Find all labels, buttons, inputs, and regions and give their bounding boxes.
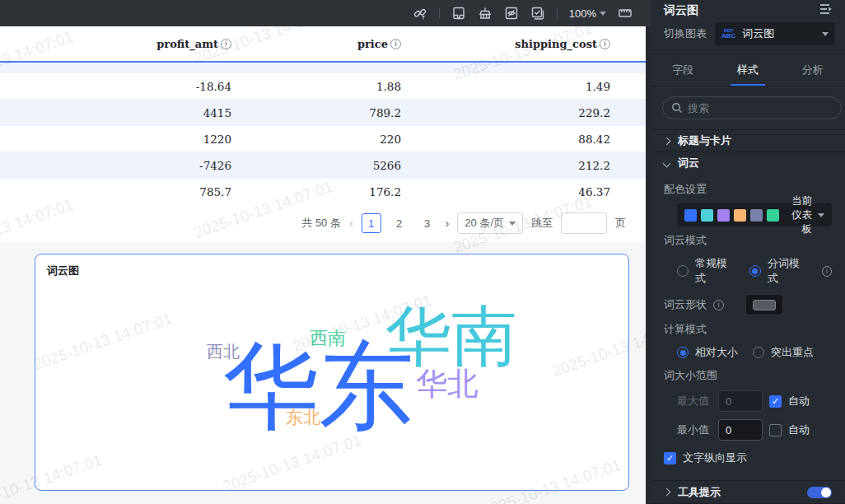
palette-swatch: [701, 209, 713, 222]
pagination-bar: 共 50 条 ‹ 1 2 3 › 20 条/页 跳至 页: [0, 205, 646, 241]
page-number-1[interactable]: 1: [362, 213, 381, 233]
next-page-button[interactable]: ›: [446, 217, 450, 230]
calc-mode-options: 相对大小 突出重点: [677, 345, 832, 360]
zoom-select[interactable]: 100%: [569, 7, 606, 20]
search-box[interactable]: [662, 96, 842, 119]
auto-label: 自动: [788, 422, 810, 437]
auto-label: 自动: [788, 394, 810, 408]
jump-page-input[interactable]: [561, 212, 607, 234]
section-wordcloud[interactable]: 词云: [651, 152, 845, 174]
column-header[interactable]: pricei: [231, 38, 401, 50]
word-size-range-label: 词大小范围: [664, 368, 832, 383]
panel-tabs: 字段 样式 分析: [651, 54, 845, 86]
table-row[interactable]: -7426 5266 212.2: [0, 152, 646, 179]
wordcloud-word: 西南: [310, 329, 346, 348]
link-filter-icon[interactable]: [413, 6, 427, 21]
relative-size-label: 相对大小: [695, 345, 738, 360]
table-row-clipped: [0, 63, 646, 73]
brush-icon[interactable]: [478, 6, 493, 21]
wordcloud-word: 东北: [286, 409, 320, 427]
info-icon[interactable]: i: [221, 39, 231, 49]
pagination-total: 共 50 条: [301, 216, 341, 231]
tab-analysis[interactable]: 分析: [780, 54, 845, 86]
tab-fields[interactable]: 字段: [651, 54, 716, 86]
palette-swatch: [717, 209, 730, 222]
column-header[interactable]: profit_amti: [0, 38, 231, 50]
table-row[interactable]: 4415 789.2 229.2: [0, 100, 646, 126]
column-header[interactable]: shipping_costi: [401, 38, 610, 50]
calc-mode-label: 计算模式: [664, 322, 832, 337]
collapse-panel-icon[interactable]: [819, 2, 833, 18]
radio-normal-mode[interactable]: [677, 265, 689, 277]
tooltip-toggle[interactable]: [807, 487, 832, 498]
zoom-value: 100%: [569, 7, 596, 20]
page-number-2[interactable]: 2: [390, 213, 409, 233]
toolbar-separator: [557, 7, 558, 19]
top-toolbar: 100%: [0, 0, 651, 26]
max-value-label: 最大值: [677, 394, 712, 408]
normal-mode-label: 常规模式: [695, 256, 735, 286]
info-icon[interactable]: i: [600, 39, 610, 49]
chevron-down-icon: [818, 213, 824, 217]
wordcloud-shape-label: 词云形状: [664, 297, 707, 312]
panel-titlebar: 词云图: [651, 0, 845, 21]
prev-page-button[interactable]: ‹: [349, 217, 353, 230]
max-value-row: 最大值 ✓ 自动: [677, 390, 832, 412]
switch-chart-row: 切换图表 DEFABC 词云图: [651, 21, 845, 54]
search-icon: [671, 102, 683, 114]
page-size-select[interactable]: 20 条/页: [457, 212, 523, 234]
min-value-label: 最小值: [677, 422, 712, 437]
page-unit-label: 页: [615, 216, 626, 231]
app-root: 100% 2025-10-13 14:07:012025-10-13 14:07…: [0, 0, 845, 504]
wordcloud-word: 华北: [416, 368, 479, 399]
search-input[interactable]: [688, 102, 833, 114]
radio-segment-mode[interactable]: [749, 265, 761, 277]
min-auto-checkbox[interactable]: [769, 424, 782, 436]
info-icon[interactable]: i: [822, 266, 832, 277]
check-square-icon[interactable]: [530, 6, 545, 21]
palette-swatch: [750, 209, 763, 222]
radio-relative-size[interactable]: [677, 347, 689, 358]
panel-edge-strip: [646, 26, 651, 504]
wordcloud-word: 华南: [385, 304, 517, 370]
table-row[interactable]: 1220 220 88.42: [0, 126, 646, 152]
table-header-row: profit_amti pricei shipping_costi: [0, 26, 646, 63]
vertical-text-label: 文字纵向显示: [683, 450, 747, 465]
settings-panel: 词云图 切换图表 DEFABC 词云图 字段 样式 分析: [651, 0, 845, 504]
table-widget[interactable]: profit_amti pricei shipping_costi -18.64…: [0, 26, 646, 242]
tab-style[interactable]: 样式: [716, 54, 781, 86]
section-title-card[interactable]: 标题与卡片: [651, 129, 845, 152]
toolbar-separator: [439, 7, 440, 19]
table-row[interactable]: -18.64 1.88 1.49: [0, 73, 646, 100]
radio-highlight[interactable]: [753, 347, 764, 358]
highlight-label: 突出重点: [771, 345, 814, 360]
tooltip-label: 工具提示: [678, 485, 799, 500]
board-icon[interactable]: [451, 6, 466, 21]
shape-preview: [753, 300, 776, 310]
max-value-input[interactable]: [718, 390, 763, 412]
palette-name: 当前仪表板: [783, 194, 814, 236]
vertical-text-row: ✓ 文字纵向显示: [664, 450, 832, 465]
table-row[interactable]: 785.7 176.2 46.37: [0, 179, 646, 205]
wordcloud-word: 西北: [207, 343, 240, 360]
vertical-text-checkbox[interactable]: ✓: [664, 452, 676, 464]
segment-mode-label: 分词模式: [768, 256, 807, 286]
text-field-icon: DEFABC: [721, 28, 735, 40]
info-icon[interactable]: i: [390, 39, 401, 49]
chevron-down-icon: [822, 32, 829, 36]
max-auto-checkbox[interactable]: ✓: [769, 395, 782, 408]
ruler-icon[interactable]: [618, 6, 633, 21]
shape-picker-button[interactable]: [745, 294, 783, 315]
palette-swatch: [734, 209, 746, 222]
info-icon[interactable]: i: [713, 300, 724, 310]
page-number-3[interactable]: 3: [418, 213, 437, 233]
min-value-input[interactable]: [718, 419, 763, 441]
palette-select[interactable]: 当前仪表板: [677, 203, 832, 226]
switch-chart-label: 切换图表: [664, 26, 707, 41]
wordcloud-card[interactable]: 词云图 华东华南华北西南东北西北: [35, 254, 629, 491]
wordcloud-mode-options: 常规模式 分词模式 i: [677, 256, 832, 286]
chart-type-select[interactable]: DEFABC 词云图: [715, 22, 835, 45]
chevron-down-icon: [509, 222, 516, 226]
eye-off-icon[interactable]: [504, 6, 519, 21]
min-value-row: 最小值 自动: [677, 419, 832, 441]
